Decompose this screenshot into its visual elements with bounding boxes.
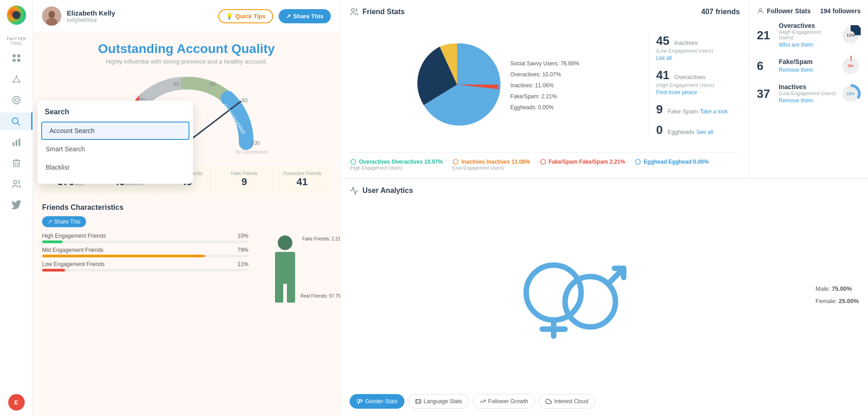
svg-point-31	[278, 235, 292, 250]
network-icon	[11, 74, 22, 84]
search-item-account[interactable]: Account Search	[41, 122, 189, 140]
friend-stats-numbers: 45 Inactives (Low Engagement Users) List…	[648, 34, 740, 137]
sidebar-item-twitter[interactable]	[0, 197, 32, 214]
pie-wrapper	[411, 39, 503, 132]
overactives-bottom-icon	[350, 158, 357, 165]
follower-fakespam: 6 Fake/Spam Remove them 3%	[757, 56, 861, 76]
trash-icon	[11, 158, 22, 168]
legend-fakespam: Fake/Spam: 2.21%	[510, 91, 579, 102]
overactives-pct: 11%	[846, 33, 855, 37]
inactives-bottom-label: Inactives Inactives 11.06%	[461, 159, 530, 165]
svg-rect-1	[17, 54, 20, 57]
friend-stats-title: Friend Stats	[350, 7, 404, 16]
find-inner-peace-link[interactable]: Find inner peace	[656, 89, 697, 96]
sidebar-item-network[interactable]	[0, 70, 32, 88]
analytics-header: User Analytics	[350, 186, 859, 195]
sidebar-item-search[interactable]	[0, 112, 32, 130]
svg-line-21	[187, 101, 241, 143]
svg-point-40	[759, 9, 761, 11]
tab-gender-stats[interactable]: Gender Stats	[350, 394, 404, 409]
friend-stat-low: Low Engagement Friends 11%	[42, 261, 248, 272]
fstat-eggheads: 0 Eggheads See all	[656, 123, 740, 137]
left-panel: Elizabeth Kelly kellybethlisa 💡 Quick Ti…	[33, 0, 340, 416]
annotation-real-friends: Real Friends: 97.79%	[301, 293, 340, 299]
list-all-link[interactable]: List all	[656, 55, 672, 61]
analytics-icon	[350, 186, 359, 195]
fstat-inactives: 45 Inactives (Low Engagement Users) List…	[656, 34, 740, 62]
friend-stats-icon	[350, 7, 359, 16]
svg-point-37	[453, 159, 458, 164]
tab-follower-growth[interactable]: Follower Growth	[473, 394, 535, 409]
svg-point-4	[16, 75, 17, 77]
legend-eggheads: Eggheads: 0.00%	[510, 102, 579, 113]
svg-point-19	[49, 11, 55, 18]
grid-icon	[11, 53, 22, 63]
svg-text:40: 40	[173, 81, 179, 87]
follower-inactives-chart: 19%	[841, 84, 861, 104]
quality-title: Outstanding Account Quality	[33, 42, 340, 56]
search-icon	[11, 116, 21, 126]
search-item-blacklist[interactable]: Blacklist	[38, 158, 193, 176]
who-are-them-link[interactable]: Who are them	[779, 42, 813, 48]
svg-point-36	[351, 159, 356, 164]
sidebar: TWITTER TOOL	[0, 0, 33, 416]
bottom-inactives: Inactives Inactives 11.06% (Low Engageme…	[452, 157, 530, 171]
follower-stats-header: Follower Stats 194 followers	[757, 7, 861, 15]
svg-rect-34	[287, 282, 295, 303]
analytics-tabs: Gender Stats Language Stats	[350, 394, 859, 409]
see-all-link[interactable]: See all	[696, 129, 713, 135]
user-handle: kellybethlisa	[67, 17, 213, 23]
svg-line-8	[16, 77, 19, 81]
svg-point-48	[565, 277, 615, 327]
tab-language-stats[interactable]: Language Stats	[408, 394, 469, 409]
friend-stats-count: 407 friends	[701, 8, 740, 16]
svg-point-12	[12, 118, 18, 124]
follower-stats-icon	[757, 7, 764, 15]
share-friends-button[interactable]: ↗ Share This	[42, 216, 86, 227]
follower-overactives: 21 Overactives (High Engagement Users) W…	[757, 22, 861, 48]
sidebar-item-users[interactable]	[0, 176, 32, 193]
friend-stats-bottom: Overactives Overactives 10.07% (High Eng…	[350, 152, 740, 171]
bar-chart-icon	[11, 137, 22, 147]
tab-interest-cloud[interactable]: Interest Cloud	[539, 394, 595, 409]
follower-fakespam-chart: 3%	[841, 56, 861, 76]
bottom-row: User Analytics	[340, 178, 868, 416]
svg-rect-16	[18, 139, 20, 146]
take-a-look-link[interactable]: Take a look	[700, 108, 728, 115]
sidebar-item-analytics[interactable]	[0, 133, 32, 151]
follower-total: 194 followers	[820, 7, 861, 15]
follower-stats-panel: Follower Stats 194 followers 21 Overacti…	[749, 0, 868, 178]
svg-rect-14	[12, 142, 14, 146]
search-item-smart[interactable]: Smart Search	[38, 140, 193, 158]
share-this-header-button[interactable]: ↗ Share This	[279, 9, 331, 23]
pie-svg	[411, 39, 503, 130]
pie-chart-area: Social Savvy Users: 76.66% Overactives: …	[350, 39, 641, 132]
user-avatar-sidebar[interactable]: E	[8, 394, 25, 411]
svg-point-11	[15, 98, 18, 101]
quality-rest: Account Quality	[173, 42, 275, 56]
legend-social-savvy: Social Savvy Users: 76.66%	[510, 58, 579, 69]
svg-rect-2	[12, 59, 15, 62]
powered-by: by Circleboom	[236, 149, 268, 155]
sidebar-item-dashboard[interactable]	[0, 49, 32, 67]
fakespam-bottom-label: Fake/Spam Fake/Spam 2.21%	[549, 159, 625, 165]
sidebar-item-circle[interactable]	[0, 91, 32, 109]
search-dropdown: Search Account Search Smart Search Black…	[38, 101, 193, 184]
remove-them-inactives-link[interactable]: Remove them	[779, 97, 813, 104]
inactives-pct: 19%	[846, 91, 855, 96]
gender-tab-icon	[356, 398, 363, 405]
svg-text:100: 100	[251, 140, 260, 146]
friends-title: Friends Characteristics	[42, 203, 331, 212]
svg-line-7	[13, 77, 16, 81]
stat-fake-friends: Fake Friends 9	[216, 165, 273, 193]
fstat-overactives: 41 Overactives (High Engagement Users) F…	[656, 68, 740, 96]
egghead-bottom-label: Egghead Egghead 0.00%	[644, 159, 709, 165]
quick-tips-button[interactable]: 💡 Quick Tips	[218, 9, 273, 23]
svg-point-44	[526, 265, 581, 320]
svg-point-5	[12, 81, 14, 83]
user-analytics-section: User Analytics	[340, 178, 868, 416]
twitter-icon	[11, 200, 22, 210]
remove-them-fakespam-link[interactable]: Remove them	[779, 67, 813, 73]
friends-characteristics-body: High Engagement Friends 10% Mid Engageme…	[42, 233, 331, 308]
sidebar-item-delete[interactable]	[0, 155, 32, 172]
